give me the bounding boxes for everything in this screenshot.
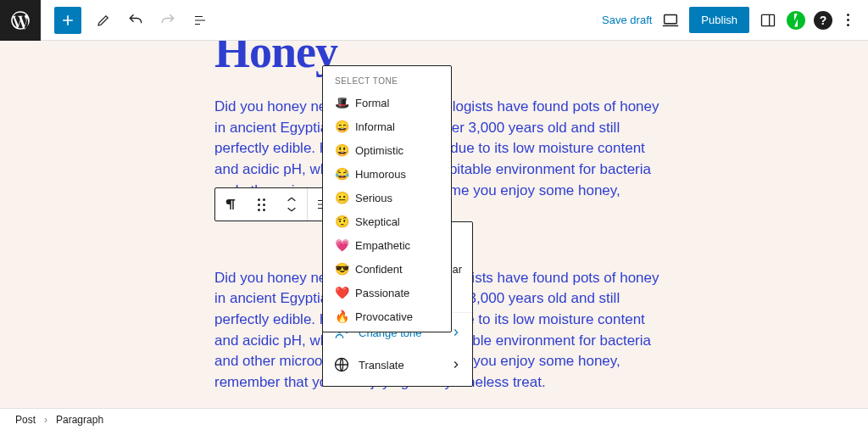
undo-button[interactable] (122, 7, 149, 34)
tone-option-serious[interactable]: 😐Serious (323, 186, 451, 209)
more-options-button[interactable] (841, 14, 854, 26)
tone-submenu: Select Tone 🎩Formal 😄Informal 😃Optimisti… (322, 65, 452, 332)
wordpress-icon (9, 9, 31, 31)
tone-label: Passionate (355, 287, 409, 299)
tone-label: Optimistic (355, 144, 403, 157)
add-block-button[interactable] (54, 7, 81, 34)
tone-option-formal[interactable]: 🎩Formal (323, 91, 451, 114)
jetpack-icon[interactable] (787, 11, 805, 30)
block-type-button[interactable] (215, 188, 246, 221)
tone-label: Formal (355, 97, 389, 109)
wp-logo[interactable] (0, 0, 41, 41)
tone-option-skeptical[interactable]: 🤨Skeptical (323, 209, 451, 233)
tone-label: Humorous (355, 168, 406, 181)
drag-icon (258, 198, 265, 211)
help-button[interactable]: ? (814, 11, 832, 30)
tone-label: Serious (355, 192, 392, 204)
tone-emoji: 😃 (335, 143, 348, 157)
menu-label: Translate (359, 359, 442, 371)
tone-option-humorous[interactable]: 😂Humorous (323, 162, 451, 186)
tone-emoji: 🤨 (335, 215, 348, 228)
document-outline-button[interactable] (186, 7, 214, 34)
globe-icon (333, 356, 350, 373)
laptop-icon (661, 11, 680, 30)
top-bar-right: Save draft Publish ? (602, 7, 868, 33)
tone-label: Informal (355, 120, 395, 133)
chevron-right-icon: › (44, 414, 47, 426)
tone-option-provocative[interactable]: 🔥Provocative (323, 304, 451, 328)
tone-option-empathetic[interactable]: 💗Empathetic (323, 233, 451, 257)
edit-tool-button[interactable] (90, 7, 117, 34)
outline-icon (192, 13, 208, 28)
breadcrumb: Post › Paragraph (0, 408, 868, 430)
tone-option-confident[interactable]: 😎Confident (323, 257, 451, 281)
tone-emoji: ❤️ (335, 286, 348, 299)
tone-emoji: 🎩 (335, 96, 348, 109)
publish-button[interactable]: Publish (689, 7, 749, 33)
tone-option-optimistic[interactable]: 😃Optimistic (323, 138, 451, 162)
drag-handle[interactable] (246, 188, 276, 221)
redo-button[interactable] (154, 7, 181, 34)
tone-label: Skeptical (355, 215, 400, 228)
editor-tools (90, 7, 214, 34)
redo-icon (159, 12, 176, 29)
tone-label: Confident (355, 263, 403, 276)
undo-icon (127, 12, 144, 29)
chevron-right-icon (450, 359, 462, 371)
tone-emoji: 😂 (335, 167, 348, 181)
save-draft-button[interactable]: Save draft (602, 14, 652, 26)
paragraph-icon (223, 197, 238, 212)
tone-option-passionate[interactable]: ❤️Passionate (323, 281, 451, 304)
tone-emoji: 😎 (335, 262, 348, 276)
chevron-right-icon (450, 327, 462, 338)
tone-emoji: 💗 (335, 238, 348, 252)
move-up-down-icon (286, 195, 298, 214)
tone-option-informal[interactable]: 😄Informal (323, 114, 451, 138)
breadcrumb-item[interactable]: Post (15, 414, 36, 426)
breadcrumb-item[interactable]: Paragraph (56, 414, 103, 426)
menu-item-translate[interactable]: Translate (323, 349, 472, 381)
editor-top-bar: Save draft Publish ? (0, 0, 868, 41)
svg-rect-1 (762, 14, 775, 25)
move-buttons[interactable] (276, 188, 307, 221)
tone-emoji: 😐 (335, 191, 348, 204)
plus-icon (59, 12, 76, 29)
svg-rect-0 (665, 14, 677, 23)
preview-button[interactable] (660, 10, 681, 31)
sidebar-icon (760, 12, 776, 29)
pencil-icon (96, 13, 111, 28)
tone-label: Provocative (355, 310, 413, 323)
tone-emoji: 🔥 (335, 310, 348, 323)
settings-panel-toggle[interactable] (758, 10, 778, 31)
tone-emoji: 😄 (335, 120, 348, 133)
tone-label: Empathetic (355, 239, 410, 252)
tone-submenu-header: Select Tone (323, 70, 451, 91)
